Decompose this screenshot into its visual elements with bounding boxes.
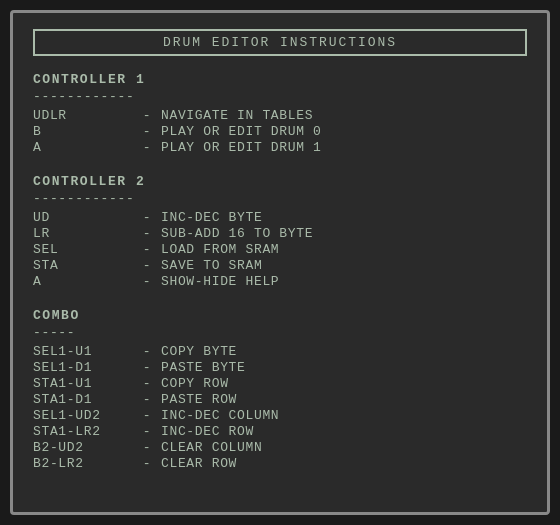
instruction-desc: PASTE ROW — [161, 392, 237, 407]
instruction-desc: INC-DEC BYTE — [161, 210, 262, 225]
section-label-controller2: CONTROLLER 2 — [33, 174, 527, 189]
section-label-combo: COMBO — [33, 308, 527, 323]
key-label: STA — [33, 258, 133, 273]
instruction-row: LR-SUB-ADD 16 TO BYTE — [33, 226, 527, 241]
dash: - — [133, 408, 161, 423]
instruction-desc: PASTE BYTE — [161, 360, 246, 375]
spacer — [33, 290, 527, 298]
instruction-row: SEL1-U1-COPY BYTE — [33, 344, 527, 359]
dash: - — [133, 140, 161, 155]
key-label: UDLR — [33, 108, 133, 123]
dash: - — [133, 392, 161, 407]
instruction-row: SEL1-UD2-INC-DEC COLUMN — [33, 408, 527, 423]
instruction-desc: INC-DEC ROW — [161, 424, 254, 439]
divider-controller1: ------------ — [33, 89, 527, 104]
key-label: SEL1-U1 — [33, 344, 133, 359]
instruction-desc: LOAD FROM SRAM — [161, 242, 279, 257]
section-label-controller1: CONTROLLER 1 — [33, 72, 527, 87]
dash: - — [133, 344, 161, 359]
key-label: SEL1-UD2 — [33, 408, 133, 423]
dash: - — [133, 456, 161, 471]
dash: - — [133, 424, 161, 439]
instruction-row: STA1-U1-COPY ROW — [33, 376, 527, 391]
dash: - — [133, 108, 161, 123]
instruction-row: SEL-LOAD FROM SRAM — [33, 242, 527, 257]
dash: - — [133, 376, 161, 391]
key-label: B2-LR2 — [33, 456, 133, 471]
instruction-row: B2-UD2-CLEAR COLUMN — [33, 440, 527, 455]
instruction-row: STA1-LR2-INC-DEC ROW — [33, 424, 527, 439]
dash: - — [133, 360, 161, 375]
instruction-desc: CLEAR ROW — [161, 456, 237, 471]
key-label: STA1-LR2 — [33, 424, 133, 439]
instruction-desc: SUB-ADD 16 TO BYTE — [161, 226, 313, 241]
instruction-row: STA-SAVE TO SRAM — [33, 258, 527, 273]
dash: - — [133, 440, 161, 455]
instruction-desc: PLAY OR EDIT DRUM 1 — [161, 140, 322, 155]
instruction-desc: INC-DEC COLUMN — [161, 408, 279, 423]
key-label: LR — [33, 226, 133, 241]
instruction-row: A-SHOW-HIDE HELP — [33, 274, 527, 289]
instruction-row: B2-LR2-CLEAR ROW — [33, 456, 527, 471]
instruction-desc: SAVE TO SRAM — [161, 258, 262, 273]
instruction-row: B-PLAY OR EDIT DRUM 0 — [33, 124, 527, 139]
instruction-row: STA1-D1-PASTE ROW — [33, 392, 527, 407]
key-label: UD — [33, 210, 133, 225]
dash: - — [133, 210, 161, 225]
key-label: B2-UD2 — [33, 440, 133, 455]
instruction-desc: COPY ROW — [161, 376, 229, 391]
instruction-row: UDLR-NAVIGATE IN TABLES — [33, 108, 527, 123]
instruction-desc: COPY BYTE — [161, 344, 237, 359]
dash: - — [133, 258, 161, 273]
instruction-row: UD-INC-DEC BYTE — [33, 210, 527, 225]
divider-combo: ----- — [33, 325, 527, 340]
screen: DRUM EDITOR INSTRUCTIONS CONTROLLER 1---… — [10, 10, 550, 515]
instruction-row: SEL1-D1-PASTE BYTE — [33, 360, 527, 375]
spacer — [33, 156, 527, 164]
key-label: A — [33, 140, 133, 155]
key-label: STA1-U1 — [33, 376, 133, 391]
divider-controller2: ------------ — [33, 191, 527, 206]
key-label: STA1-D1 — [33, 392, 133, 407]
instruction-row: A-PLAY OR EDIT DRUM 1 — [33, 140, 527, 155]
instruction-desc: CLEAR COLUMN — [161, 440, 262, 455]
key-label: SEL — [33, 242, 133, 257]
key-label: SEL1-D1 — [33, 360, 133, 375]
dash: - — [133, 242, 161, 257]
instruction-desc: SHOW-HIDE HELP — [161, 274, 279, 289]
key-label: A — [33, 274, 133, 289]
dash: - — [133, 274, 161, 289]
dash: - — [133, 124, 161, 139]
instruction-desc: NAVIGATE IN TABLES — [161, 108, 313, 123]
key-label: B — [33, 124, 133, 139]
instruction-desc: PLAY OR EDIT DRUM 0 — [161, 124, 322, 139]
dash: - — [133, 226, 161, 241]
title: DRUM EDITOR INSTRUCTIONS — [33, 29, 527, 56]
